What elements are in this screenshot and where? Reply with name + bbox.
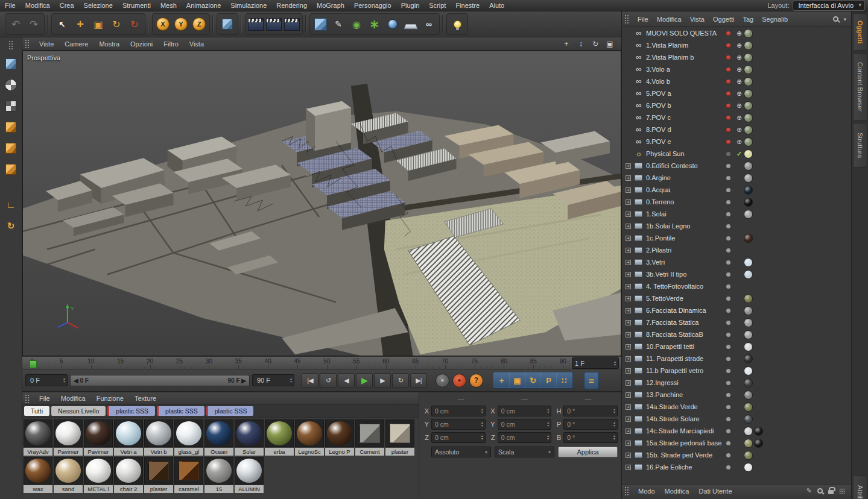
menubar-item-finestre[interactable]: Finestre: [451, 0, 484, 11]
object-row-8-pov-d[interactable]: ∞8.POV d⊕: [622, 124, 851, 136]
object-row-3b-vetri-ii-tipo[interactable]: +3b.Vetri II tipo: [622, 268, 851, 280]
expand-toggle-icon[interactable]: +: [626, 212, 631, 217]
target-icon[interactable]: ⊕: [735, 30, 744, 37]
object-row-15a-strade-pedonali-base[interactable]: +15a.Strade pedonali base: [622, 437, 851, 449]
target-icon[interactable]: ⊕: [735, 54, 744, 61]
make-editable-button[interactable]: [2, 54, 20, 73]
object-row-14a-strade-verde[interactable]: +14a.Strade Verde: [622, 401, 851, 413]
object-row-6-facciata-dinamica[interactable]: +6.Facciata Dinamica: [622, 304, 851, 316]
visibility-dot[interactable]: [726, 43, 730, 48]
material-tab-nessun-livello[interactable]: Nessun Livello: [51, 406, 106, 416]
visibility-dot[interactable]: [726, 429, 730, 433]
visibility-dot[interactable]: [726, 321, 730, 325]
texture-thumbnail[interactable]: [744, 29, 753, 38]
object-row-0-edifici-contesto[interactable]: +0.Edifici Contesto: [622, 160, 851, 172]
texture-thumbnail[interactable]: [744, 210, 753, 219]
last-used-tool[interactable]: ↻: [125, 14, 144, 34]
object-row-1c-pontile[interactable]: +1c.Pontile: [622, 232, 851, 244]
visibility-dot[interactable]: [726, 31, 730, 36]
visibility-dot[interactable]: [726, 284, 730, 289]
material-item-wax[interactable]: wax: [24, 457, 52, 493]
visibility-dot[interactable]: [726, 381, 730, 385]
lock-y-axis-toggle[interactable]: Y: [172, 14, 190, 34]
viewport-menu-camere[interactable]: Camere: [59, 40, 93, 48]
texture-thumbnail[interactable]: [744, 258, 753, 267]
menubar-item-crea[interactable]: Crea: [55, 0, 79, 11]
menubar-item-aiuto[interactable]: Aiuto: [484, 0, 509, 11]
apply-button[interactable]: Applica: [558, 447, 618, 457]
material-menu-modifica[interactable]: Modifica: [55, 395, 91, 402]
stepper-arrows-icon[interactable]: ▴▾: [547, 421, 549, 427]
lock-z-axis-toggle[interactable]: Z: [190, 14, 208, 34]
material-tab-plastic-sss[interactable]: plastic SSS: [157, 406, 204, 416]
object-row-3-volo-a[interactable]: ∞3.Volo a⊕: [622, 63, 851, 75]
timeline-options-button[interactable]: ≡: [584, 372, 599, 389]
stepper-arrows-icon[interactable]: ▴▾: [481, 421, 483, 427]
target-icon[interactable]: ⊕: [735, 102, 744, 109]
expand-toggle-icon[interactable]: +: [626, 428, 631, 434]
visibility-dot[interactable]: [726, 465, 730, 469]
coordinate-input-z-1[interactable]: 0 cm▴▾: [498, 432, 552, 443]
texture-thumbnail[interactable]: [744, 137, 753, 146]
menubar-item-plugin[interactable]: Plugin: [396, 0, 425, 11]
menubar-item-modifica[interactable]: Modifica: [21, 0, 55, 11]
material-grip[interactable]: [25, 394, 30, 403]
play-button[interactable]: ▶: [356, 373, 373, 388]
prev-key-button[interactable]: ↺: [320, 373, 337, 388]
expand-toggle-icon[interactable]: +: [626, 248, 631, 253]
material-tab-plastic-sss[interactable]: plastic SSS: [206, 406, 254, 416]
expand-toggle-icon[interactable]: +: [626, 308, 631, 313]
material-item-vetri-b[interactable]: Vetri b: [144, 419, 173, 456]
material-item-plaster[interactable]: plaster: [144, 457, 173, 493]
texture-thumbnail[interactable]: [744, 427, 753, 436]
target-icon[interactable]: ⊕: [735, 42, 744, 49]
texture-thumbnail[interactable]: [744, 451, 753, 460]
target-icon[interactable]: ⊕: [735, 66, 744, 73]
start-frame-field[interactable]: 0 F ▴▾: [25, 374, 68, 386]
material-menu-texture[interactable]: Texture: [129, 395, 162, 402]
next-frame-button[interactable]: ▶: [374, 373, 391, 388]
timeline-ruler[interactable]: 051015202530354045505560657075808590 1 F…: [22, 356, 621, 369]
stepper-arrows-icon[interactable]: ▴▾: [481, 408, 483, 414]
visibility-dot[interactable]: [726, 92, 730, 96]
texture-thumbnail[interactable]: [744, 125, 753, 134]
texture-thumbnail[interactable]: [754, 427, 763, 436]
object-row-5-pov-a[interactable]: ∞5.POV a⊕: [622, 87, 851, 99]
lock-icon[interactable]: [828, 490, 834, 494]
undo-button[interactable]: ↶: [7, 14, 25, 34]
end-frame-field[interactable]: 90 F ▴▾: [252, 374, 294, 386]
texture-thumbnail[interactable]: [744, 65, 753, 74]
next-key-button[interactable]: ↻: [392, 373, 409, 388]
object-row-7-pov-c[interactable]: ∞7.POV c⊕: [622, 111, 851, 124]
visibility-dot[interactable]: [726, 453, 730, 457]
object-row-2-pilastri[interactable]: +2.Pilastri: [622, 244, 851, 256]
viewport-grip[interactable]: [25, 39, 30, 48]
visibility-dot[interactable]: [726, 441, 730, 445]
axis-mode-button[interactable]: ∟: [2, 195, 20, 214]
texture-thumbnail[interactable]: [744, 439, 753, 448]
material-item-15[interactable]: 15: [204, 457, 233, 493]
object-row-11-parapetti-strade[interactable]: +11. Parapetti strade: [622, 353, 851, 365]
menubar-item-personaggio[interactable]: Personaggio: [349, 0, 396, 11]
object-menu-file[interactable]: File: [633, 16, 653, 23]
coordinate-system-toggle[interactable]: [218, 14, 236, 34]
visibility-dot[interactable]: [726, 140, 730, 144]
object-row-10-parapetti-tetti[interactable]: +10.Parapetti tetti: [622, 341, 851, 353]
coordinate-input-y-0[interactable]: 0 cm▴▾: [431, 419, 486, 430]
material-item-erba[interactable]: erba: [265, 419, 294, 456]
points-mode-button[interactable]: [2, 118, 20, 136]
coordinate-input-y-1[interactable]: 0 cm▴▾: [498, 419, 552, 430]
add-cube-button[interactable]: [311, 14, 329, 34]
material-item-vrayadv[interactable]: VrayAdv: [24, 419, 52, 456]
visibility-dot[interactable]: [726, 248, 730, 253]
texture-thumbnail[interactable]: [744, 162, 753, 171]
menubar-item-simulazione[interactable]: Simulazione: [226, 0, 271, 11]
expand-toggle-icon[interactable]: +: [626, 368, 631, 374]
panel-tab-content-browser[interactable]: Content Browser: [853, 53, 867, 121]
material-tab-tutti[interactable]: Tutti: [24, 406, 49, 416]
pencil-icon[interactable]: ✎: [806, 487, 812, 495]
viewport-menu-vista[interactable]: Vista: [184, 40, 209, 48]
object-row-15b-strade-ped-verde[interactable]: +15b. Strade ped Verde: [622, 449, 851, 461]
object-row-13-panchine[interactable]: +13.Panchine: [622, 389, 851, 401]
stepper-arrows-icon[interactable]: ▴▾: [290, 377, 292, 383]
